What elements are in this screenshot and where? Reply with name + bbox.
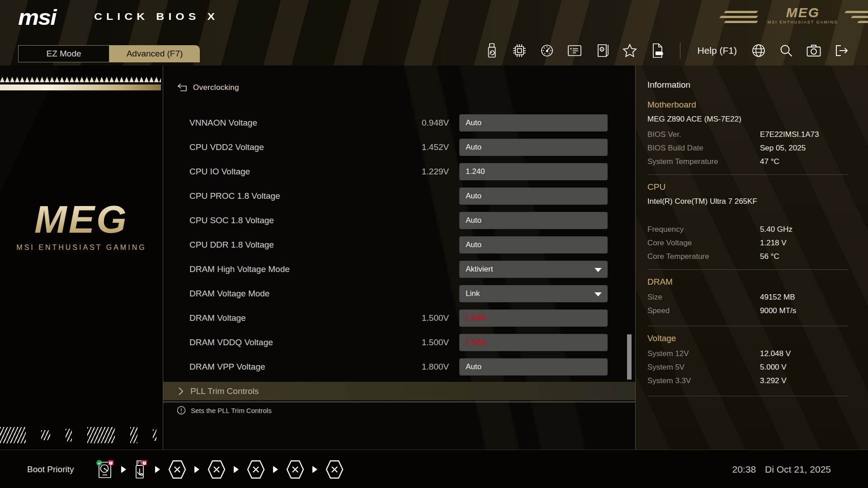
setting-value-field[interactable]: 1.500: [459, 334, 608, 351]
boot-device-hdd-icon[interactable]: U: [96, 460, 114, 479]
info-row: Size 49152 MB: [647, 291, 848, 304]
boot-device-usb-icon[interactable]: U: [133, 460, 148, 479]
content-area: MEG MSI ENTHUSIAST GAMING Overclocking V…: [0, 66, 868, 450]
screenshot-camera-icon[interactable]: [806, 42, 821, 60]
boot-device-empty-icon[interactable]: [167, 459, 187, 480]
oc-profile-icon[interactable]: [594, 42, 610, 60]
setting-value: Auto: [466, 192, 481, 201]
setting-value-field[interactable]: Auto: [459, 212, 608, 229]
setting-row: CPU VDD2 Voltage 1.452V Auto: [163, 135, 635, 160]
arrow-right-icon: [121, 466, 126, 473]
info-value: E7E22IMSI.1A73: [760, 130, 819, 139]
setting-row: DRAM Voltage 1.500V 1.500: [163, 306, 635, 330]
setting-value-field[interactable]: Auto: [459, 139, 608, 156]
info-section-heading: Voltage: [647, 333, 848, 344]
language-globe-icon[interactable]: [751, 42, 766, 60]
setting-value: Auto: [466, 143, 481, 152]
mode-tabs: EZ Mode Advanced (F7): [18, 45, 200, 62]
cpu-icon[interactable]: [512, 42, 527, 60]
setting-label: DRAM Voltage: [189, 313, 246, 323]
info-value: 56 °C: [760, 252, 779, 261]
setting-row: DRAM Voltage Mode Link: [163, 282, 635, 306]
setting-value-field[interactable]: Auto: [459, 188, 608, 205]
setting-value-field[interactable]: 1.500: [459, 310, 608, 327]
help-button[interactable]: Help (F1): [697, 45, 737, 56]
setting-value-field[interactable]: Aktiviert: [459, 261, 608, 278]
setting-label: CPU VDD2 Voltage: [189, 142, 264, 152]
info-key: Core Voltage: [647, 239, 760, 248]
item-help-text: Sets the PLL Trim Controls: [177, 406, 272, 415]
info-row: Core Voltage 1.218 V: [647, 236, 848, 250]
info-key: Core Temperature: [647, 252, 760, 261]
info-value: 5.40 GHz: [760, 225, 793, 234]
setting-value-field[interactable]: Link: [459, 285, 608, 302]
setting-value: Auto: [466, 362, 481, 371]
info-section-subtitle: MEG Z890 ACE (MS-7E22): [647, 113, 848, 125]
scrollbar-thumb[interactable]: [627, 334, 632, 380]
boot-device-empty-icon[interactable]: [207, 459, 226, 480]
tab-advanced[interactable]: Advanced (F7): [109, 45, 200, 62]
info-value: 49152 MB: [760, 293, 795, 302]
setting-label: DRAM High Voltage Mode: [189, 264, 290, 274]
setting-value: Auto: [466, 240, 481, 249]
divider: [647, 269, 848, 270]
info-section-heading: Motherboard: [647, 99, 848, 111]
barcode-decor: [0, 427, 156, 443]
exit-icon[interactable]: [834, 42, 849, 60]
info-row: Speed 9000 MT/s: [647, 304, 848, 318]
log-file-icon[interactable]: LOG: [650, 42, 665, 60]
boot-device-empty-icon[interactable]: [325, 459, 344, 480]
decor-stripes-right: [845, 11, 868, 23]
boot-priority-chain: U U: [96, 450, 344, 488]
time-text: 20:38: [732, 464, 756, 475]
setting-label: CPU DDR 1.8 Voltage: [189, 240, 274, 250]
tab-ez-mode[interactable]: EZ Mode: [18, 45, 109, 62]
setting-row: CPU IO Voltage 1.229V 1.240: [163, 160, 635, 184]
boot-device-empty-icon[interactable]: [246, 459, 266, 480]
m-flash-icon[interactable]: [484, 42, 500, 60]
favorites-star-icon[interactable]: [622, 42, 637, 60]
boot-device-empty-icon[interactable]: [285, 459, 305, 480]
setting-current-reading: 1.800V: [422, 362, 449, 372]
setting-label: CPU IO Voltage: [189, 167, 250, 177]
setting-value-field[interactable]: Auto: [459, 236, 608, 253]
setting-label: CPU SOC 1.8 Voltage: [189, 216, 274, 225]
toolbar-separator: [680, 42, 680, 59]
search-icon[interactable]: [778, 42, 794, 60]
setting-value: Auto: [466, 118, 481, 127]
info-section-heading: DRAM: [647, 276, 848, 288]
setting-row: CPU DDR 1.8 Voltage Auto: [163, 233, 635, 257]
hardware-monitor-icon[interactable]: [539, 42, 555, 60]
breadcrumb[interactable]: Overclocking: [177, 83, 239, 93]
decor-stripes-left: [725, 11, 757, 23]
chevron-down-icon: [594, 268, 602, 272]
setting-label: DRAM VDDQ Voltage: [189, 338, 273, 347]
meg-logo-subtitle: MSI ENTHUSIAST GAMING: [768, 20, 838, 24]
info-value: 3.292 V: [760, 376, 787, 385]
meg-logo-text: MEG: [768, 6, 838, 19]
setting-current-reading: 1.229V: [422, 167, 449, 177]
setting-value-field[interactable]: Auto: [459, 358, 608, 375]
memo-icon[interactable]: [567, 42, 582, 60]
setting-value-field[interactable]: 1.240: [459, 163, 608, 180]
info-value: 5.000 V: [760, 363, 787, 372]
page-title: CLICK BIOS X: [94, 11, 219, 23]
info-key: BIOS Ver.: [647, 130, 760, 139]
chevron-right-icon: [178, 387, 184, 396]
info-section: CPU Intel(R) Core(TM) Ultra 7 265KF Freq…: [647, 181, 848, 270]
info-section-subtitle: Intel(R) Core(TM) Ultra 7 265KF: [647, 196, 848, 207]
info-key: Size: [647, 293, 760, 302]
divider: [647, 396, 848, 396]
meg-watermark-subtitle: MSI ENTHUSIAST GAMING: [0, 244, 163, 252]
submenu-pll-trim-controls[interactable]: PLL Trim Controls: [163, 382, 635, 400]
info-section: Motherboard MEG Z890 ACE (MS-7E22) BIOS …: [647, 99, 848, 175]
setting-value-field[interactable]: Auto: [459, 114, 608, 131]
divider: [163, 402, 635, 402]
setting-row: CPU PROC 1.8 Voltage Auto: [163, 184, 635, 208]
setting-value: Link: [466, 289, 480, 298]
info-rows: Size 49152 MB Speed 9000 MT/s: [647, 291, 848, 318]
toolbar: LOG Help (F1): [484, 42, 849, 60]
setting-label: VNNAON Voltage: [189, 118, 257, 128]
setting-label: DRAM Voltage Mode: [189, 289, 269, 299]
setting-label: CPU PROC 1.8 Voltage: [189, 191, 280, 201]
